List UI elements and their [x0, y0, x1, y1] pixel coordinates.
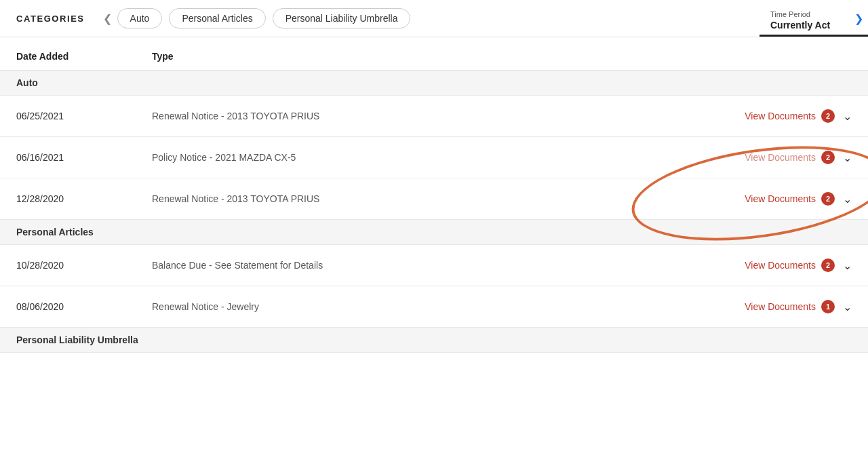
col-date-header: Date Added: [16, 51, 152, 62]
table-row: 06/16/2021 Policy Notice - 2021 MAZDA CX…: [0, 137, 868, 178]
table-container: Auto 06/25/2021 Renewal Notice - 2013 TO…: [0, 71, 868, 353]
doc-count-badge: 2: [821, 258, 835, 272]
doc-type: Renewal Notice - 2013 TOYOTA PRIUS: [152, 111, 716, 121]
col-action-header: [716, 51, 852, 62]
view-documents-link[interactable]: View Documents: [745, 152, 816, 163]
doc-date: 06/16/2021: [16, 152, 152, 163]
doc-count-badge: 2: [821, 109, 835, 123]
chevron-down-icon[interactable]: ⌄: [843, 259, 852, 272]
table-row: 12/28/2020 Renewal Notice - 2013 TOYOTA …: [0, 178, 868, 220]
categories-label: CATEGORIES: [0, 14, 85, 24]
doc-action: View Documents 2 ⌄: [716, 109, 852, 123]
chevron-down-icon[interactable]: ⌄: [843, 151, 852, 164]
chevron-left-icon: ❮: [103, 12, 112, 25]
tab-personal-liability-umbrella[interactable]: Personal Liability Umbrella: [273, 8, 411, 28]
doc-action: View Documents 1 ⌄: [716, 300, 852, 313]
tab-personal-articles[interactable]: Personal Articles: [169, 8, 265, 28]
group-personal-articles: Personal Articles: [0, 220, 868, 245]
table-row: 08/06/2020 Renewal Notice - Jewelry View…: [0, 286, 868, 328]
table-header: Date Added Type: [0, 37, 868, 71]
view-documents-link[interactable]: View Documents: [745, 111, 816, 121]
table-row: 06/25/2021 Renewal Notice - 2013 TOYOTA …: [0, 96, 868, 137]
doc-type: Renewal Notice - Jewelry: [152, 301, 716, 312]
group-auto: Auto: [0, 71, 868, 96]
doc-date: 12/28/2020: [16, 193, 152, 204]
time-period-label: Time Period: [770, 10, 857, 18]
doc-type: Policy Notice - 2021 MAZDA CX-5: [152, 152, 716, 163]
doc-count-badge: 2: [821, 151, 835, 164]
tab-auto[interactable]: Auto: [117, 8, 163, 28]
doc-action: View Documents 2 ⌄: [716, 258, 852, 272]
doc-type: Balance Due - See Statement for Details: [152, 260, 716, 271]
view-documents-link[interactable]: View Documents: [745, 301, 816, 312]
view-documents-link[interactable]: View Documents: [745, 260, 816, 271]
table-row: 10/28/2020 Balance Due - See Statement f…: [0, 245, 868, 286]
category-tabs: Auto Personal Articles Personal Liabilit…: [117, 8, 849, 28]
page-wrapper: CATEGORIES ❮ Auto Personal Articles Pers…: [0, 0, 868, 462]
doc-count-badge: 1: [821, 300, 835, 313]
doc-action: View Documents 2 ⌄: [716, 192, 852, 206]
col-type-header: Type: [152, 51, 716, 62]
group-personal-liability-umbrella: Personal Liability Umbrella: [0, 328, 868, 353]
chevron-down-icon[interactable]: ⌄: [843, 301, 852, 313]
doc-type: Renewal Notice - 2013 TOYOTA PRIUS: [152, 193, 716, 204]
time-period-section: Time Period Currently Act: [760, 0, 868, 37]
time-period-value: Currently Act: [770, 20, 857, 35]
chevron-down-icon[interactable]: ⌄: [843, 110, 852, 123]
doc-action: View Documents 2 ⌄: [716, 151, 852, 164]
prev-arrow-button[interactable]: ❮: [98, 9, 117, 28]
doc-count-badge: 2: [821, 192, 835, 206]
doc-date: 08/06/2020: [16, 301, 152, 312]
view-documents-link[interactable]: View Documents: [745, 193, 816, 204]
doc-date: 10/28/2020: [16, 260, 152, 271]
chevron-down-icon[interactable]: ⌄: [843, 193, 852, 206]
doc-date: 06/25/2021: [16, 111, 152, 121]
header-bar: CATEGORIES ❮ Auto Personal Articles Pers…: [0, 0, 868, 37]
